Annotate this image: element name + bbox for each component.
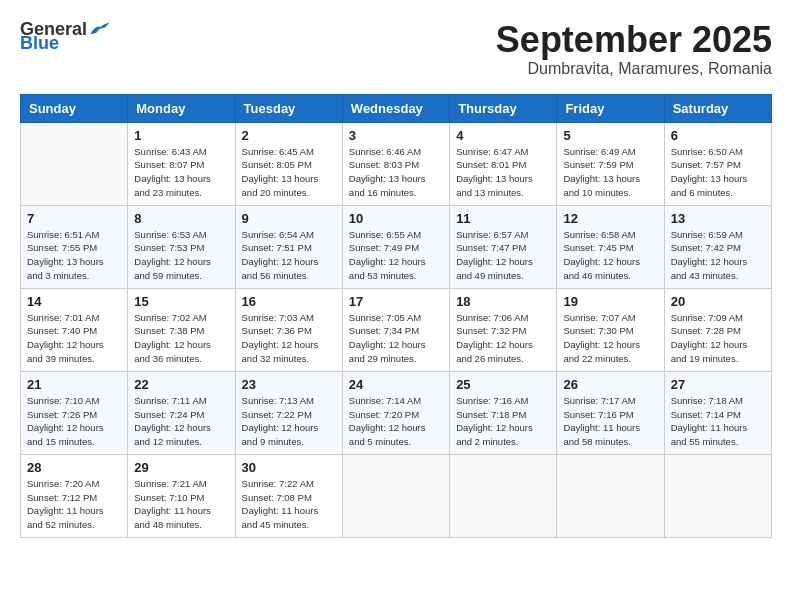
day-info: Sunrise: 6:51 AM Sunset: 7:55 PM Dayligh… xyxy=(27,228,121,283)
calendar-cell xyxy=(664,454,771,537)
calendar-cell: 21Sunrise: 7:10 AM Sunset: 7:26 PM Dayli… xyxy=(21,371,128,454)
day-number: 28 xyxy=(27,460,121,475)
day-number: 6 xyxy=(671,128,765,143)
title-area: September 2025 Dumbravita, Maramures, Ro… xyxy=(496,20,772,78)
calendar-cell: 3Sunrise: 6:46 AM Sunset: 8:03 PM Daylig… xyxy=(342,122,449,205)
calendar-cell: 14Sunrise: 7:01 AM Sunset: 7:40 PM Dayli… xyxy=(21,288,128,371)
day-number: 26 xyxy=(563,377,657,392)
day-info: Sunrise: 6:57 AM Sunset: 7:47 PM Dayligh… xyxy=(456,228,550,283)
weekday-header-row: SundayMondayTuesdayWednesdayThursdayFrid… xyxy=(21,94,772,122)
calendar-cell: 1Sunrise: 6:43 AM Sunset: 8:07 PM Daylig… xyxy=(128,122,235,205)
day-info: Sunrise: 6:50 AM Sunset: 7:57 PM Dayligh… xyxy=(671,145,765,200)
weekday-header-monday: Monday xyxy=(128,94,235,122)
day-number: 8 xyxy=(134,211,228,226)
calendar-cell: 27Sunrise: 7:18 AM Sunset: 7:14 PM Dayli… xyxy=(664,371,771,454)
day-number: 29 xyxy=(134,460,228,475)
calendar-cell: 18Sunrise: 7:06 AM Sunset: 7:32 PM Dayli… xyxy=(450,288,557,371)
calendar-cell: 20Sunrise: 7:09 AM Sunset: 7:28 PM Dayli… xyxy=(664,288,771,371)
day-info: Sunrise: 6:54 AM Sunset: 7:51 PM Dayligh… xyxy=(242,228,336,283)
day-info: Sunrise: 6:55 AM Sunset: 7:49 PM Dayligh… xyxy=(349,228,443,283)
day-info: Sunrise: 7:21 AM Sunset: 7:10 PM Dayligh… xyxy=(134,477,228,532)
day-number: 23 xyxy=(242,377,336,392)
day-info: Sunrise: 6:49 AM Sunset: 7:59 PM Dayligh… xyxy=(563,145,657,200)
calendar-cell: 9Sunrise: 6:54 AM Sunset: 7:51 PM Daylig… xyxy=(235,205,342,288)
day-info: Sunrise: 7:14 AM Sunset: 7:20 PM Dayligh… xyxy=(349,394,443,449)
day-info: Sunrise: 6:58 AM Sunset: 7:45 PM Dayligh… xyxy=(563,228,657,283)
day-info: Sunrise: 7:02 AM Sunset: 7:38 PM Dayligh… xyxy=(134,311,228,366)
day-info: Sunrise: 7:10 AM Sunset: 7:26 PM Dayligh… xyxy=(27,394,121,449)
day-number: 10 xyxy=(349,211,443,226)
day-number: 25 xyxy=(456,377,550,392)
day-number: 7 xyxy=(27,211,121,226)
calendar-cell: 25Sunrise: 7:16 AM Sunset: 7:18 PM Dayli… xyxy=(450,371,557,454)
day-number: 12 xyxy=(563,211,657,226)
day-info: Sunrise: 7:13 AM Sunset: 7:22 PM Dayligh… xyxy=(242,394,336,449)
day-number: 5 xyxy=(563,128,657,143)
logo-bird-icon xyxy=(89,20,111,38)
weekday-header-tuesday: Tuesday xyxy=(235,94,342,122)
day-info: Sunrise: 6:43 AM Sunset: 8:07 PM Dayligh… xyxy=(134,145,228,200)
weekday-header-sunday: Sunday xyxy=(21,94,128,122)
calendar-cell: 12Sunrise: 6:58 AM Sunset: 7:45 PM Dayli… xyxy=(557,205,664,288)
day-number: 11 xyxy=(456,211,550,226)
day-info: Sunrise: 6:59 AM Sunset: 7:42 PM Dayligh… xyxy=(671,228,765,283)
calendar-cell: 16Sunrise: 7:03 AM Sunset: 7:36 PM Dayli… xyxy=(235,288,342,371)
day-info: Sunrise: 7:06 AM Sunset: 7:32 PM Dayligh… xyxy=(456,311,550,366)
calendar-cell: 17Sunrise: 7:05 AM Sunset: 7:34 PM Dayli… xyxy=(342,288,449,371)
day-info: Sunrise: 6:47 AM Sunset: 8:01 PM Dayligh… xyxy=(456,145,550,200)
calendar-cell: 15Sunrise: 7:02 AM Sunset: 7:38 PM Dayli… xyxy=(128,288,235,371)
calendar-cell: 13Sunrise: 6:59 AM Sunset: 7:42 PM Dayli… xyxy=(664,205,771,288)
weekday-header-wednesday: Wednesday xyxy=(342,94,449,122)
day-info: Sunrise: 6:53 AM Sunset: 7:53 PM Dayligh… xyxy=(134,228,228,283)
day-number: 3 xyxy=(349,128,443,143)
calendar-cell xyxy=(450,454,557,537)
calendar-week-row: 28Sunrise: 7:20 AM Sunset: 7:12 PM Dayli… xyxy=(21,454,772,537)
logo: General Blue xyxy=(20,20,111,52)
calendar-cell: 23Sunrise: 7:13 AM Sunset: 7:22 PM Dayli… xyxy=(235,371,342,454)
day-number: 16 xyxy=(242,294,336,309)
calendar-cell: 11Sunrise: 6:57 AM Sunset: 7:47 PM Dayli… xyxy=(450,205,557,288)
calendar-cell: 24Sunrise: 7:14 AM Sunset: 7:20 PM Dayli… xyxy=(342,371,449,454)
day-number: 22 xyxy=(134,377,228,392)
day-number: 1 xyxy=(134,128,228,143)
calendar-cell: 5Sunrise: 6:49 AM Sunset: 7:59 PM Daylig… xyxy=(557,122,664,205)
calendar-cell xyxy=(21,122,128,205)
day-number: 30 xyxy=(242,460,336,475)
calendar-cell xyxy=(342,454,449,537)
logo-blue: Blue xyxy=(20,34,59,52)
day-number: 21 xyxy=(27,377,121,392)
day-number: 18 xyxy=(456,294,550,309)
weekday-header-saturday: Saturday xyxy=(664,94,771,122)
day-info: Sunrise: 7:09 AM Sunset: 7:28 PM Dayligh… xyxy=(671,311,765,366)
day-number: 13 xyxy=(671,211,765,226)
calendar-cell: 26Sunrise: 7:17 AM Sunset: 7:16 PM Dayli… xyxy=(557,371,664,454)
calendar-week-row: 21Sunrise: 7:10 AM Sunset: 7:26 PM Dayli… xyxy=(21,371,772,454)
day-number: 4 xyxy=(456,128,550,143)
calendar-cell: 29Sunrise: 7:21 AM Sunset: 7:10 PM Dayli… xyxy=(128,454,235,537)
day-info: Sunrise: 7:17 AM Sunset: 7:16 PM Dayligh… xyxy=(563,394,657,449)
day-number: 14 xyxy=(27,294,121,309)
day-info: Sunrise: 7:22 AM Sunset: 7:08 PM Dayligh… xyxy=(242,477,336,532)
day-number: 24 xyxy=(349,377,443,392)
day-number: 15 xyxy=(134,294,228,309)
day-number: 27 xyxy=(671,377,765,392)
day-info: Sunrise: 7:20 AM Sunset: 7:12 PM Dayligh… xyxy=(27,477,121,532)
calendar-week-row: 7Sunrise: 6:51 AM Sunset: 7:55 PM Daylig… xyxy=(21,205,772,288)
day-number: 9 xyxy=(242,211,336,226)
calendar-cell: 30Sunrise: 7:22 AM Sunset: 7:08 PM Dayli… xyxy=(235,454,342,537)
calendar-cell xyxy=(557,454,664,537)
day-number: 17 xyxy=(349,294,443,309)
calendar-cell: 22Sunrise: 7:11 AM Sunset: 7:24 PM Dayli… xyxy=(128,371,235,454)
day-info: Sunrise: 7:01 AM Sunset: 7:40 PM Dayligh… xyxy=(27,311,121,366)
day-number: 2 xyxy=(242,128,336,143)
calendar-cell: 28Sunrise: 7:20 AM Sunset: 7:12 PM Dayli… xyxy=(21,454,128,537)
weekday-header-friday: Friday xyxy=(557,94,664,122)
page-header: General Blue September 2025 Dumbravita, … xyxy=(20,20,772,78)
day-info: Sunrise: 7:11 AM Sunset: 7:24 PM Dayligh… xyxy=(134,394,228,449)
day-info: Sunrise: 7:16 AM Sunset: 7:18 PM Dayligh… xyxy=(456,394,550,449)
day-info: Sunrise: 7:05 AM Sunset: 7:34 PM Dayligh… xyxy=(349,311,443,366)
weekday-header-thursday: Thursday xyxy=(450,94,557,122)
calendar-cell: 4Sunrise: 6:47 AM Sunset: 8:01 PM Daylig… xyxy=(450,122,557,205)
calendar-cell: 6Sunrise: 6:50 AM Sunset: 7:57 PM Daylig… xyxy=(664,122,771,205)
month-title: September 2025 xyxy=(496,20,772,60)
